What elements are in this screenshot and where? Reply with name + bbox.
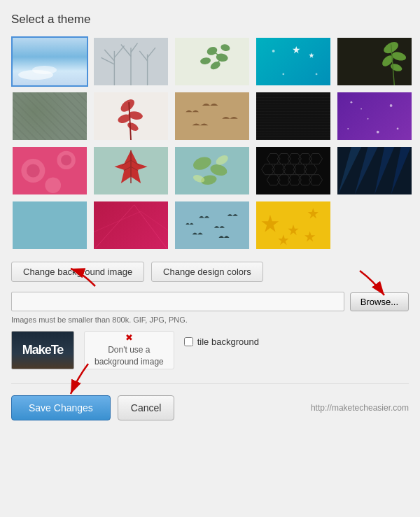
svg-marker-60: [299, 175, 312, 185]
file-path-input[interactable]: [11, 292, 344, 311]
bottom-buttons: Save Changes Cancel: [11, 395, 174, 420]
svg-line-6: [131, 43, 137, 52]
svg-marker-48: [277, 153, 290, 164]
svg-marker-65: [391, 147, 411, 194]
theme-item[interactable]: [92, 200, 169, 250]
theme-item[interactable]: [11, 36, 88, 87]
current-background-preview: MakeTe: [11, 331, 74, 369]
svg-point-23: [390, 62, 403, 73]
svg-marker-16: [309, 52, 314, 58]
svg-line-8: [139, 51, 147, 61]
theme-item[interactable]: [92, 146, 169, 196]
svg-marker-58: [277, 175, 290, 185]
svg-marker-15: [293, 46, 300, 54]
bottom-area: Save Changes Cancel http://maketecheasie…: [11, 395, 409, 420]
change-design-button[interactable]: Change design colors: [151, 262, 263, 282]
svg-point-42: [192, 155, 214, 172]
upload-row: Browse...: [11, 292, 409, 311]
svg-point-31: [390, 104, 393, 107]
svg-point-36: [360, 108, 362, 110]
theme-item[interactable]: [174, 200, 251, 250]
buttons-row: Change background image Change design co…: [11, 262, 409, 282]
page-title: Select a theme: [11, 13, 409, 27]
theme-item[interactable]: [174, 36, 251, 87]
theme-item[interactable]: [92, 36, 169, 87]
tile-label[interactable]: tile background: [197, 337, 259, 347]
theme-item[interactable]: [92, 91, 169, 141]
theme-item[interactable]: [11, 91, 88, 141]
svg-marker-51: [309, 153, 323, 164]
svg-marker-54: [283, 164, 296, 175]
svg-point-32: [368, 118, 369, 120]
theme-item[interactable]: [11, 146, 88, 196]
theme-item[interactable]: [11, 200, 88, 250]
bottom-row: Save Changes Cancel http://maketecheasie…: [11, 395, 409, 420]
site-url: http://maketecheasier.com: [311, 403, 409, 413]
no-bg-icon: ✖: [125, 332, 133, 343]
svg-marker-50: [299, 153, 312, 164]
action-buttons-area: Change background image Change design co…: [11, 262, 409, 282]
svg-point-34: [347, 128, 349, 129]
svg-marker-55: [293, 164, 307, 175]
svg-line-2: [114, 45, 124, 57]
theme-item[interactable]: [336, 36, 413, 87]
theme-item[interactable]: [255, 146, 332, 196]
cancel-button[interactable]: Cancel: [118, 395, 175, 420]
theme-item[interactable]: [336, 91, 413, 141]
svg-line-5: [121, 44, 131, 56]
browse-button[interactable]: Browse...: [350, 292, 409, 311]
theme-item[interactable]: [255, 36, 332, 87]
svg-marker-47: [267, 153, 280, 164]
svg-line-1: [104, 50, 114, 61]
svg-point-17: [272, 50, 275, 52]
file-hint: Images must be smaller than 800k. GIF, J…: [11, 316, 409, 324]
svg-marker-52: [262, 164, 275, 175]
svg-point-10: [206, 45, 218, 57]
svg-marker-59: [288, 175, 301, 185]
change-background-button[interactable]: Change background image: [11, 262, 144, 282]
svg-point-39: [45, 177, 61, 193]
no-background-option[interactable]: ✖ Don't use abackground image: [84, 331, 174, 369]
svg-line-9: [148, 48, 155, 57]
save-button[interactable]: Save Changes: [11, 395, 111, 420]
upload-area: Browse...: [11, 292, 409, 311]
preview-section: MakeTe ✖ Don't use abackground image til…: [11, 331, 409, 369]
svg-point-28: [126, 121, 139, 133]
svg-marker-53: [272, 164, 286, 175]
svg-point-21: [391, 50, 407, 62]
svg-marker-63: [355, 147, 378, 194]
theme-item[interactable]: [255, 91, 332, 141]
svg-point-14: [200, 57, 211, 65]
theme-item[interactable]: [255, 200, 332, 250]
svg-marker-57: [267, 175, 280, 185]
svg-point-43: [209, 163, 229, 178]
no-bg-label: Don't use abackground image: [94, 344, 164, 368]
theme-item[interactable]: [336, 146, 413, 196]
svg-marker-56: [304, 164, 317, 175]
svg-point-18: [316, 73, 318, 76]
preview-text: MakeTe: [22, 343, 64, 357]
divider: [11, 383, 409, 384]
tile-checkbox[interactable]: [184, 337, 193, 346]
svg-point-19: [282, 73, 284, 76]
svg-marker-61: [309, 175, 323, 185]
svg-point-40: [27, 164, 40, 178]
svg-marker-64: [374, 147, 394, 194]
theme-grid: [11, 36, 409, 250]
svg-point-30: [351, 101, 353, 104]
svg-point-13: [220, 43, 230, 52]
theme-item[interactable]: [174, 146, 251, 196]
svg-marker-49: [288, 153, 301, 164]
theme-item[interactable]: [174, 91, 251, 141]
svg-point-33: [397, 128, 399, 130]
svg-point-41: [61, 155, 71, 165]
svg-point-35: [377, 131, 379, 134]
tile-row: tile background: [184, 337, 259, 347]
